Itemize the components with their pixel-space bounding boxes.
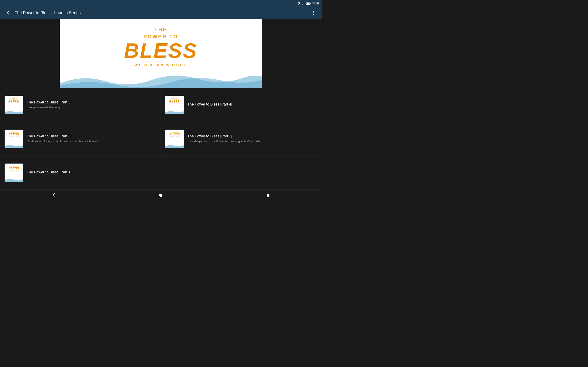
list-item[interactable]: THEPOWER TO BLESS WITH ALAN WRIGHT The P… bbox=[0, 156, 161, 190]
item-title: The Power to Bless [Part 1] bbox=[27, 170, 156, 174]
hero-image: THE POWER TO BLESS WITH ALAN WRIGHT bbox=[60, 19, 262, 88]
nav-bar bbox=[0, 190, 321, 201]
status-icons: 10:26 bbox=[297, 2, 319, 5]
back-button[interactable] bbox=[4, 8, 13, 17]
item-text: The Power to Bless [Part 1] bbox=[27, 170, 156, 175]
nav-recents-button[interactable] bbox=[262, 190, 274, 201]
item-thumbnail: THEPOWER TO BLESS WITH ALAN WRIGHT bbox=[5, 130, 23, 148]
hero-line1: THE POWER TO bbox=[143, 26, 178, 40]
battery-icon bbox=[306, 2, 311, 5]
app-bar: The Power to Bless - Launch Series bbox=[0, 6, 321, 19]
content-area: THEPOWER TO BLESS WITH ALAN WRIGHT The P… bbox=[0, 88, 321, 190]
item-title: The Power to Bless [Part 2] bbox=[187, 134, 317, 138]
hero-wave-decoration bbox=[60, 70, 262, 88]
item-text: The Power to Bless [Part 2] Dive deeper … bbox=[187, 134, 317, 143]
item-thumbnail: THEPOWER TO BLESS WITH ALAN WRIGHT bbox=[165, 130, 184, 148]
svg-rect-1 bbox=[303, 3, 303, 5]
item-desc: Everyone needs blessing. bbox=[27, 105, 156, 109]
list-item[interactable]: THEPOWER TO BLESS WITH ALAN WRIGHT The P… bbox=[0, 88, 161, 122]
list-item[interactable]: THEPOWER TO BLESS WITH ALAN WRIGHT The P… bbox=[0, 122, 161, 156]
more-button[interactable] bbox=[309, 8, 318, 17]
item-thumbnail: THEPOWER TO BLESS WITH ALAN WRIGHT bbox=[5, 96, 23, 114]
item-text: The Power to Bless [Part 3] Continue exp… bbox=[27, 134, 156, 143]
list-item-empty bbox=[161, 156, 321, 190]
list-item[interactable]: THEPOWER TO BLESS WITH ALAN WRIGHT The P… bbox=[161, 122, 321, 156]
status-time: 10:26 bbox=[312, 2, 319, 5]
app-bar-title: The Power to Bless - Launch Series bbox=[15, 10, 309, 15]
wifi-icon bbox=[297, 2, 301, 5]
signal-icon bbox=[302, 2, 305, 5]
item-desc: Dive deeper into The Power of Blessing w… bbox=[187, 139, 317, 143]
item-thumbnail: THEPOWER TO BLESS WITH ALAN WRIGHT bbox=[165, 96, 184, 114]
item-text: The Power to Bless [Part 4] bbox=[187, 102, 317, 107]
nav-back-button[interactable] bbox=[48, 190, 59, 201]
svg-rect-3 bbox=[304, 2, 305, 5]
svg-rect-2 bbox=[304, 2, 304, 5]
three-dots-icon bbox=[313, 11, 314, 15]
hero-container: THE POWER TO BLESS WITH ALAN WRIGHT bbox=[0, 19, 321, 88]
svg-rect-8 bbox=[267, 194, 269, 197]
item-desc: Continue exploring what it means to embr… bbox=[27, 139, 156, 143]
item-title: The Power to Bless [Part 4] bbox=[187, 102, 317, 106]
nav-home-button[interactable] bbox=[155, 190, 166, 201]
item-title: The Power to Bless [Part 3] bbox=[27, 134, 156, 138]
svg-rect-6 bbox=[310, 3, 311, 4]
hero-author: WITH ALAN WRIGHT bbox=[135, 63, 187, 67]
list-item[interactable]: THEPOWER TO BLESS WITH ALAN WRIGHT The P… bbox=[161, 88, 321, 122]
svg-point-7 bbox=[159, 194, 162, 197]
svg-rect-5 bbox=[306, 2, 309, 4]
item-thumbnail: THEPOWER TO BLESS WITH ALAN WRIGHT bbox=[5, 164, 23, 182]
item-text: The Power to Bless [Part 5] Everyone nee… bbox=[27, 100, 156, 109]
svg-rect-0 bbox=[302, 4, 303, 5]
item-title: The Power to Bless [Part 5] bbox=[27, 100, 156, 104]
status-bar: 10:26 bbox=[0, 0, 321, 6]
hero-line3: BLESS bbox=[124, 40, 198, 61]
